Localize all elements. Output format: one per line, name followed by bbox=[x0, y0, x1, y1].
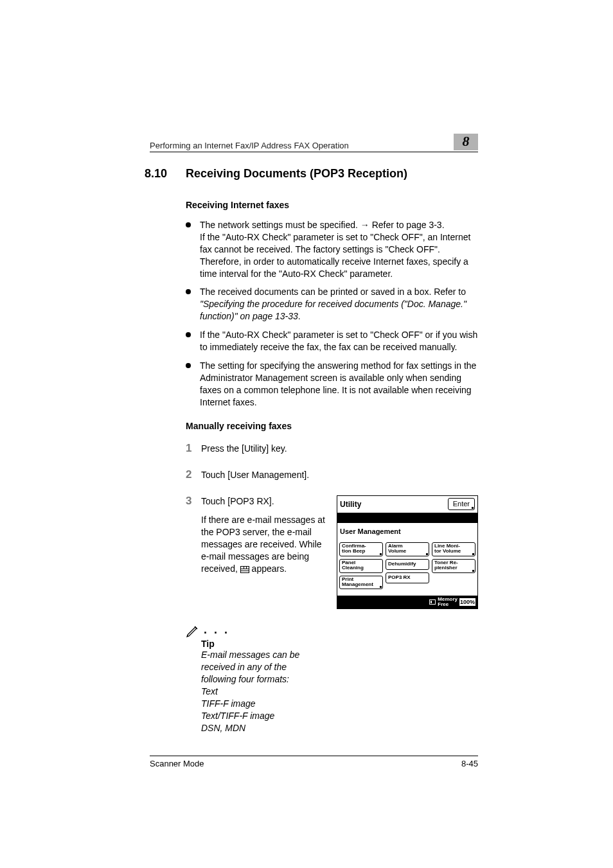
tip-body: E-mail messages can be received in any o… bbox=[201, 649, 320, 734]
footer-left: Scanner Mode bbox=[150, 759, 204, 768]
section-title: Receiving Documents (POP3 Reception) bbox=[186, 167, 407, 181]
lcd-statusbar: Memory Free 100% bbox=[337, 596, 477, 608]
lcd-blackbar bbox=[337, 513, 477, 523]
toner-replenisher-button[interactable]: Toner Re- plenisher bbox=[432, 559, 475, 573]
step-3: 3 Touch [POP3 RX]. If there are e-mail m… bbox=[186, 495, 478, 609]
step-number: 2 bbox=[186, 468, 191, 483]
footer-page-number: 8-45 bbox=[461, 759, 478, 768]
receiving-icon bbox=[240, 564, 249, 576]
pen-icon bbox=[186, 623, 200, 637]
memory-percent: 100% bbox=[459, 598, 475, 606]
lcd-title: Utility bbox=[340, 499, 361, 509]
utility-screen: Utility Enter User Management Confirma- … bbox=[337, 495, 478, 609]
bullet-text: The network settings must be specified. … bbox=[200, 220, 445, 230]
btn-label: Alarm Volume bbox=[388, 544, 406, 554]
lcd-section-label: User Management bbox=[340, 527, 475, 536]
svg-rect-2 bbox=[244, 567, 246, 569]
btn-label: Dehumidify bbox=[388, 562, 416, 567]
btn-label: Print Management bbox=[342, 577, 373, 588]
bullet-text: . bbox=[298, 311, 301, 321]
line-monitor-volume-button[interactable]: Line Moni- tor Volume bbox=[432, 542, 475, 556]
tip-dots: . . . bbox=[204, 627, 229, 634]
step-text-b: appears. bbox=[249, 563, 287, 574]
bullet-item: The setting for specifying the answering… bbox=[186, 360, 478, 409]
dehumidify-button[interactable]: Dehumidify bbox=[386, 559, 429, 570]
svg-rect-1 bbox=[241, 567, 244, 569]
tip-block: . . . Tip E-mail messages can be receive… bbox=[186, 623, 478, 734]
header-rule bbox=[150, 152, 478, 152]
btn-label: Line Moni- tor Volume bbox=[434, 544, 461, 554]
step-number: 1 bbox=[186, 441, 191, 456]
bullet-text: If the "Auto-RX Check" parameter is set … bbox=[200, 330, 477, 352]
step-text: Press the [Utility] key. bbox=[201, 443, 287, 454]
running-title: Performing an Internet Fax/IP Address FA… bbox=[150, 141, 349, 150]
running-header: Performing an Internet Fax/IP Address FA… bbox=[150, 134, 478, 150]
svg-rect-5 bbox=[241, 571, 249, 572]
enter-button[interactable]: Enter bbox=[448, 498, 475, 510]
step-text: Touch [POP3 RX]. bbox=[201, 495, 325, 508]
footer-rule bbox=[150, 756, 478, 756]
alarm-volume-button[interactable]: Alarm Volume bbox=[386, 542, 429, 556]
panel-cleaning-button[interactable]: Panel Cleaning bbox=[339, 559, 383, 573]
lcd-button-grid: Confirma- tion Beep Panel Cleaning Print… bbox=[337, 542, 477, 596]
subheading-receiving-internet-faxes: Receiving Internet faxes bbox=[186, 200, 478, 210]
memory-icon bbox=[429, 599, 436, 605]
svg-rect-3 bbox=[247, 567, 249, 569]
tip-label: Tip bbox=[201, 639, 478, 649]
section-heading: 8.10 Receiving Documents (POP3 Reception… bbox=[145, 167, 478, 181]
bullet-item: The received documents can be printed or… bbox=[186, 286, 478, 323]
step-1: 1 Press the [Utility] key. bbox=[186, 443, 478, 455]
step-number: 3 bbox=[186, 494, 191, 509]
step-2: 2 Touch [User Management]. bbox=[186, 469, 478, 481]
memory-label: Memory Free bbox=[438, 597, 458, 607]
btn-label: Confirma- tion Beep bbox=[342, 544, 366, 554]
bullet-item: If the "Auto-RX Check" parameter is set … bbox=[186, 329, 478, 353]
bullet-text: The setting for specifying the answering… bbox=[200, 360, 476, 407]
chapter-number-box: 8 bbox=[454, 134, 478, 150]
btn-label: POP3 RX bbox=[388, 575, 411, 580]
section-number: 8.10 bbox=[145, 167, 186, 181]
btn-label: Panel Cleaning bbox=[342, 560, 364, 571]
print-management-button[interactable]: Print Management bbox=[339, 576, 383, 590]
step-description: If there are e-mail messages at the POP3… bbox=[201, 514, 325, 576]
bullet-text: If the "Auto-RX Check" parameter is set … bbox=[200, 232, 470, 279]
pop3-rx-button[interactable]: POP3 RX bbox=[386, 572, 429, 583]
bullet-text: The received documents can be printed or… bbox=[200, 287, 466, 297]
page-footer: Scanner Mode 8-45 bbox=[150, 756, 478, 768]
bullet-list: The network settings must be specified. … bbox=[186, 219, 478, 408]
confirmation-beep-button[interactable]: Confirma- tion Beep bbox=[339, 542, 383, 556]
steps-list: 1 Press the [Utility] key. 2 Touch [User… bbox=[186, 443, 478, 609]
cross-reference: "Specifying the procedure for received d… bbox=[200, 299, 466, 321]
bullet-item: The network settings must be specified. … bbox=[186, 219, 478, 279]
lcd-titlebar: Utility Enter bbox=[337, 496, 477, 513]
subheading-manually-receiving: Manually receiving faxes bbox=[186, 421, 478, 431]
btn-label: Toner Re- plenisher bbox=[434, 560, 458, 571]
svg-rect-4 bbox=[241, 569, 249, 571]
step-text: Touch [User Management]. bbox=[201, 470, 309, 480]
